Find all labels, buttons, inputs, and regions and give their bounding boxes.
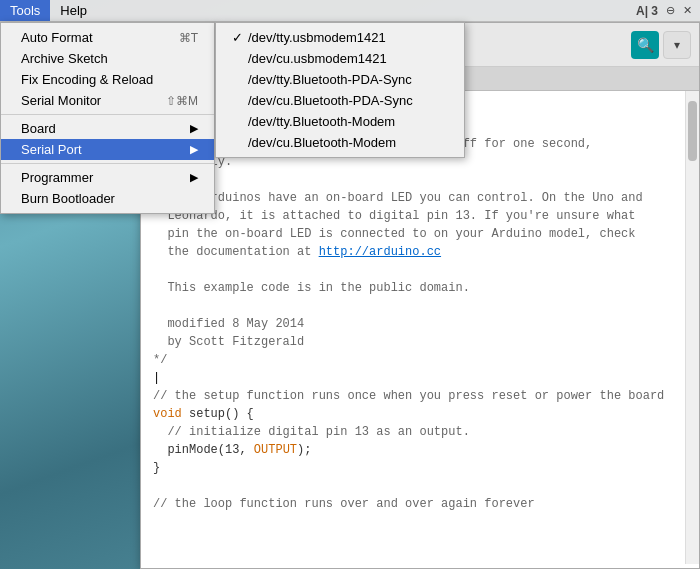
serial-port-item-3[interactable]: /dev/cu.Bluetooth-PDA-Sync: [216, 90, 464, 111]
menu-item-serial-port[interactable]: Serial Port ▶: [1, 139, 214, 160]
menu-item-archive-sketch[interactable]: Archive Sketch: [1, 48, 214, 69]
menu-item-programmer[interactable]: Programmer ▶: [1, 167, 214, 188]
chevron-down-icon: ▾: [674, 38, 680, 52]
cursor-line: [153, 371, 160, 385]
code-line-15: pinMode(13, OUTPUT);: [153, 443, 311, 457]
code-line-4: Most Arduinos have an on-board LED you c…: [153, 191, 643, 205]
menu-item-fix-encoding[interactable]: Fix Encoding & Reload: [1, 69, 214, 90]
menu-item-serial-monitor[interactable]: Serial Monitor ⇧⌘M: [1, 90, 214, 111]
code-line-16: }: [153, 461, 160, 475]
arduino-link[interactable]: http://arduino.cc: [319, 245, 441, 259]
serial-port-item-1[interactable]: /dev/cu.usbmodem1421: [216, 48, 464, 69]
code-line-8: This example code is in the public domai…: [153, 281, 470, 295]
menu-item-burn-bootloader[interactable]: Burn Bootloader: [1, 188, 214, 209]
code-line-11: */: [153, 353, 167, 367]
code-line-5: Leonardo, it is attached to digital pin …: [153, 209, 635, 223]
serial-port-submenu: ✓ /dev/tty.usbmodem1421 /dev/cu.usbmodem…: [215, 22, 465, 158]
code-line-14: // initialize digital pin 13 as an outpu…: [153, 425, 470, 439]
code-line-10: by Scott Fitzgerald: [153, 335, 304, 349]
scrollbar-thumb[interactable]: [688, 101, 697, 161]
serial-port-item-0[interactable]: ✓ /dev/tty.usbmodem1421: [216, 27, 464, 48]
tools-dropdown-menu: Auto Format ⌘T Archive Sketch Fix Encodi…: [0, 22, 215, 214]
menu-item-board[interactable]: Board ▶: [1, 118, 214, 139]
menubar: Tools Help A| 3 ⊖ ✕: [0, 0, 700, 22]
search-button[interactable]: 🔍: [631, 31, 659, 59]
code-line-13: void: [153, 407, 182, 421]
scrollbar[interactable]: [685, 91, 699, 564]
menu-tools[interactable]: Tools: [0, 0, 50, 21]
serial-port-item-4[interactable]: /dev/tty.Bluetooth-Modem: [216, 111, 464, 132]
serial-port-item-5[interactable]: /dev/cu.Bluetooth-Modem: [216, 132, 464, 153]
menu-divider-2: [1, 163, 214, 164]
code-line-6: pin the on-board LED is connected to on …: [153, 227, 635, 241]
menu-item-auto-format[interactable]: Auto Format ⌘T: [1, 27, 214, 48]
menu-divider-1: [1, 114, 214, 115]
code-line-17: // the loop function runs over and over …: [153, 497, 535, 511]
search-icon: 🔍: [637, 37, 654, 53]
dropdown-button[interactable]: ▾: [663, 31, 691, 59]
adobe-badge: A| 3 ⊖ ✕: [636, 4, 700, 18]
code-line-7: the documentation at: [153, 245, 319, 259]
menu-help[interactable]: Help: [50, 0, 97, 21]
code-line-9: modified 8 May 2014: [153, 317, 304, 331]
code-editor[interactable]: /* Blink Turns on an LED on for one seco…: [141, 91, 699, 564]
serial-port-item-2[interactable]: /dev/tty.Bluetooth-PDA-Sync: [216, 69, 464, 90]
code-line-12: // the setup function runs once when you…: [153, 389, 664, 403]
